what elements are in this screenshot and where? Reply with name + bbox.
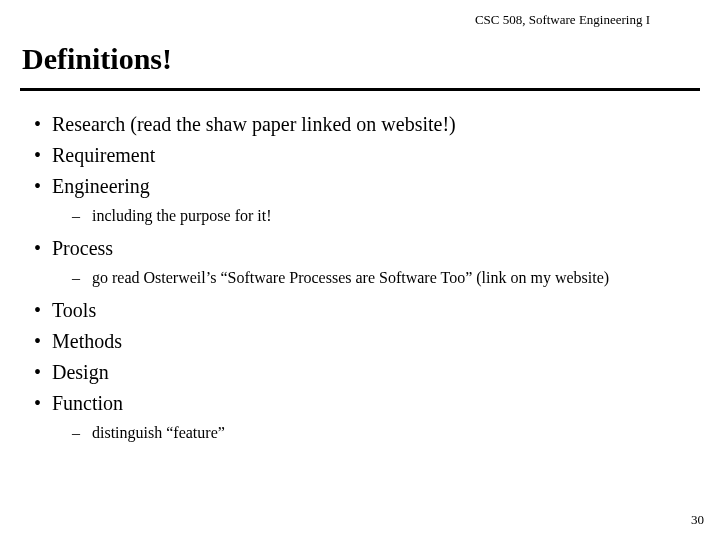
bullet-item: Function distinguish “feature” [30, 390, 700, 444]
bullet-list: Research (read the shaw paper linked on … [30, 111, 700, 443]
sub-bullet-item: go read Osterweil’s “Software Processes … [52, 268, 700, 289]
sub-bullet-item: distinguish “feature” [52, 423, 700, 444]
page-number: 30 [691, 512, 704, 528]
course-header: CSC 508, Software Engineering I [20, 10, 700, 28]
bullet-item: Requirement [30, 142, 700, 169]
title-divider [20, 88, 700, 91]
slide-title: Definitions! [20, 42, 700, 76]
bullet-text: Process [52, 237, 113, 259]
slide-content: Research (read the shaw paper linked on … [20, 111, 700, 443]
bullet-item: Engineering including the purpose for it… [30, 173, 700, 227]
bullet-text: Engineering [52, 175, 150, 197]
bullet-text: Function [52, 392, 123, 414]
sub-bullet-list: distinguish “feature” [52, 423, 700, 444]
bullet-item: Tools [30, 297, 700, 324]
bullet-item: Research (read the shaw paper linked on … [30, 111, 700, 138]
bullet-item: Process go read Osterweil’s “Software Pr… [30, 235, 700, 289]
sub-bullet-item: including the purpose for it! [52, 206, 700, 227]
bullet-item: Methods [30, 328, 700, 355]
bullet-item: Design [30, 359, 700, 386]
sub-bullet-list: go read Osterweil’s “Software Processes … [52, 268, 700, 289]
sub-bullet-list: including the purpose for it! [52, 206, 700, 227]
